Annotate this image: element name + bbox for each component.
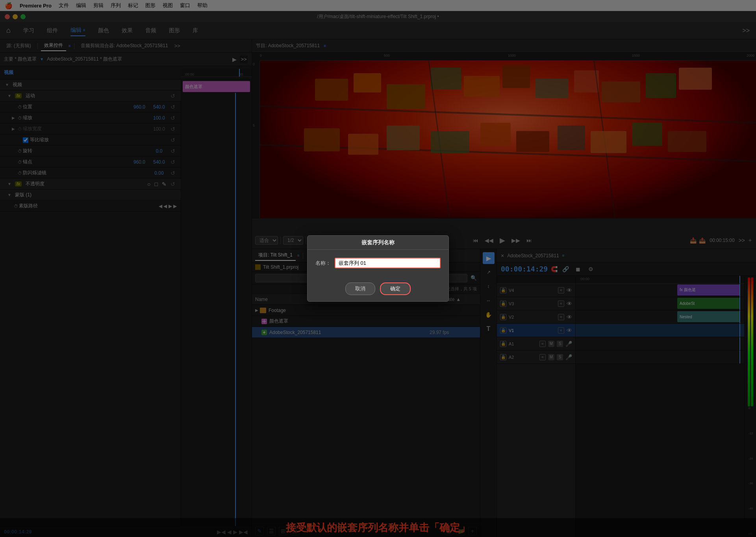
dialog-name-field: 名称： [315, 258, 441, 268]
dialog-body: 名称： [308, 250, 448, 282]
nested-sequence-dialog: 嵌套序列名称 名称： 取消 确定 [307, 235, 449, 302]
dialog-overlay: 嵌套序列名称 名称： 取消 确定 [0, 0, 756, 537]
dialog-buttons: 取消 确定 [308, 282, 448, 301]
dialog-name-input[interactable] [335, 258, 441, 268]
dialog-title: 嵌套序列名称 [308, 236, 448, 250]
dialog-ok-button[interactable]: 确定 [380, 282, 411, 295]
dialog-cancel-button[interactable]: 取消 [345, 282, 375, 295]
dialog-name-label: 名称： [315, 260, 331, 267]
